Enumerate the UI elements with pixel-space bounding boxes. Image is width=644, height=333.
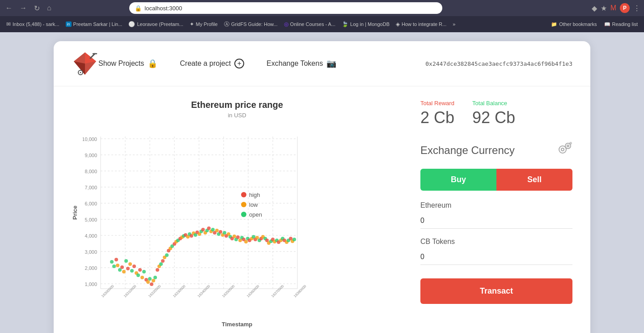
buy-sell-row: Buy Sell xyxy=(420,169,572,191)
integrate-bookmark-icon: ◈ xyxy=(396,21,400,27)
gmail-bookmark-icon: ✉ xyxy=(6,21,11,27)
svg-text:16380000: 16380000 xyxy=(293,284,306,298)
bookmark-inbox[interactable]: ✉ Inbox (5,488) - sark... xyxy=(4,20,62,29)
profile-icon[interactable]: P xyxy=(620,3,630,13)
github-bookmark-icon: ⚪ xyxy=(128,21,135,27)
ethereum-label: Ethereum xyxy=(420,201,572,209)
mongodb-bookmark-icon: 🍃 xyxy=(342,21,348,27)
svg-point-84 xyxy=(201,228,205,231)
svg-point-100 xyxy=(233,235,236,238)
sell-button[interactable]: Sell xyxy=(496,169,572,191)
svg-point-43 xyxy=(122,270,126,273)
star-icon[interactable]: ★ xyxy=(601,4,607,13)
svg-point-131 xyxy=(292,238,296,241)
svg-text:16360000: 16360000 xyxy=(246,284,260,298)
app-header: Show Projects 🔒 Create a project + Excha… xyxy=(54,41,590,86)
bookmark-gridfs[interactable]: Ⓐ GridFS Guide: How... xyxy=(221,19,280,30)
svg-point-38 xyxy=(112,265,116,268)
create-project-label: Create a project xyxy=(180,60,231,68)
bookmarks-bar: ✉ Inbox (5,488) - sark... in Preetam Sar… xyxy=(0,16,644,32)
svg-point-150 xyxy=(567,145,569,147)
svg-point-106 xyxy=(244,240,248,243)
profile-bookmark-icon: ✦ xyxy=(190,21,194,27)
chart-section: Ethereum price range in USD Price 10,000… xyxy=(72,100,402,328)
transact-button[interactable]: Transact xyxy=(420,278,572,304)
home-button[interactable]: ⌂ xyxy=(45,3,53,13)
svg-point-47 xyxy=(130,269,134,273)
exchange-currency-icon xyxy=(556,141,572,160)
other-bookmarks[interactable]: 📁 Other bookmarks xyxy=(548,20,599,29)
app-card: Show Projects 🔒 Create a project + Excha… xyxy=(54,41,590,333)
svg-point-50 xyxy=(136,273,140,277)
extensions-icon[interactable]: ◆ xyxy=(592,4,597,13)
address-bar[interactable]: 🔒 localhost:3000 xyxy=(129,2,442,14)
url-text: localhost:3000 xyxy=(144,5,182,12)
exchange-header: Exchange Currency xyxy=(420,141,572,160)
main-wrapper: Show Projects 🔒 Create a project + Excha… xyxy=(0,32,644,333)
svg-text:4,000: 4,000 xyxy=(85,233,97,239)
svg-point-151 xyxy=(569,142,572,145)
bookmark-profile[interactable]: ✦ My Profile xyxy=(187,20,220,29)
folder-icon: 📁 xyxy=(551,21,557,27)
svg-point-6 xyxy=(80,72,81,73)
bookmark-linkedin[interactable]: in Preetam Sarkar | Lin... xyxy=(63,20,125,28)
menu-icon[interactable]: ⋮ xyxy=(633,4,640,13)
app-nav: Show Projects 🔒 Create a project + Excha… xyxy=(98,59,572,68)
bookmark-integrate[interactable]: ◈ How to integrate R... xyxy=(393,20,449,29)
refresh-button[interactable]: ↻ xyxy=(32,3,42,13)
bookmark-mongodb[interactable]: 🍃 Log in | MongoDB xyxy=(339,20,392,29)
svg-marker-2 xyxy=(74,61,85,75)
total-balance-value: 92 Cb xyxy=(472,108,515,127)
svg-point-60 xyxy=(156,268,159,272)
ethereum-input[interactable] xyxy=(420,213,572,229)
linkedin-bookmark-icon: in xyxy=(66,21,72,27)
create-project-nav[interactable]: Create a project + xyxy=(180,59,244,68)
exchange-title: Exchange Currency xyxy=(420,144,515,157)
exchange-tokens-label: Exchange Tokens xyxy=(267,60,323,68)
bookmark-more[interactable]: » xyxy=(450,20,458,28)
svg-point-45 xyxy=(126,267,130,270)
svg-text:9,000: 9,000 xyxy=(85,153,97,158)
svg-point-42 xyxy=(120,265,124,269)
back-button[interactable]: ← xyxy=(4,3,14,13)
chart-subtitle: in USD xyxy=(72,112,402,119)
reading-list[interactable]: 📖 Reading list xyxy=(602,20,640,29)
svg-point-58 xyxy=(152,279,155,282)
total-reward-label: Total Reward xyxy=(420,100,454,107)
svg-point-65 xyxy=(165,253,169,257)
buy-button[interactable]: Buy xyxy=(420,169,496,191)
svg-text:8,000: 8,000 xyxy=(85,169,97,174)
svg-text:low: low xyxy=(249,201,258,208)
svg-point-143 xyxy=(241,202,246,207)
cb-tokens-input[interactable] xyxy=(420,249,572,265)
svg-point-87 xyxy=(207,226,211,230)
svg-point-51 xyxy=(138,268,142,272)
total-reward-block: Total Reward 2 Cb xyxy=(420,100,454,127)
exchange-tokens-nav[interactable]: Exchange Tokens 📷 xyxy=(267,59,336,68)
svg-point-57 xyxy=(150,282,153,286)
svg-point-145 xyxy=(241,212,246,217)
svg-text:7,000: 7,000 xyxy=(85,185,97,190)
browser-toolbar: ← → ↻ ⌂ 🔒 localhost:3000 ◆ ★ M P ⋮ xyxy=(0,0,644,16)
svg-text:6,000: 6,000 xyxy=(85,201,97,206)
bookmark-github[interactable]: ⚪ Leoravoe (Preetam... xyxy=(126,20,186,29)
show-projects-label: Show Projects xyxy=(98,60,144,68)
y-axis-label: Price xyxy=(72,128,78,298)
ethereum-form-group: Ethereum xyxy=(420,201,572,229)
svg-text:16320000: 16320000 xyxy=(148,284,162,298)
app-body: Ethereum price range in USD Price 10,000… xyxy=(54,86,590,333)
show-projects-nav[interactable]: Show Projects 🔒 xyxy=(98,59,157,68)
stats-row: Total Reward 2 Cb Total Balance 92 Cb xyxy=(420,100,572,127)
bookmark-courses[interactable]: ◎ Online Courses - A... xyxy=(281,20,339,29)
cb-tokens-form-group: CB Tokens xyxy=(420,238,572,265)
svg-point-55 xyxy=(146,280,150,284)
svg-text:16330000: 16330000 xyxy=(172,284,186,298)
gmail-icon[interactable]: M xyxy=(610,4,616,12)
svg-point-141 xyxy=(241,192,246,197)
chart-title: Ethereum price range xyxy=(72,100,402,110)
app-logo xyxy=(72,50,98,77)
svg-point-40 xyxy=(116,264,119,267)
forward-button[interactable]: → xyxy=(18,3,29,13)
svg-text:16350000: 16350000 xyxy=(221,284,236,298)
svg-text:open: open xyxy=(249,211,262,218)
